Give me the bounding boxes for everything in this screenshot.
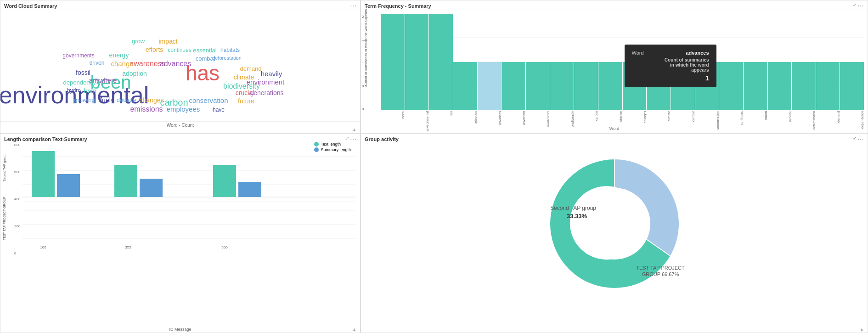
x-label-deforestation: deforestation [792, 111, 816, 132]
word-energy[interactable]: energy [109, 51, 129, 59]
row-label-second-tap: Second TAP group [3, 147, 6, 189]
dashboard: Word Cloud Summary environmentalhasbeeni… [0, 0, 868, 333]
x-label-continues: continues [719, 111, 743, 132]
label-test-tap: TEST TAP PROJECT [636, 265, 685, 271]
word-efforts[interactable]: efforts [146, 46, 163, 53]
word-adoption[interactable]: adoption [122, 70, 147, 77]
label-second-tap: Second TAP group [550, 205, 596, 211]
label-test-tap-2: GROUP 66.67% [642, 271, 679, 277]
group-activity-title: Group activity [361, 134, 868, 143]
word-cloud-menu-icon[interactable]: ⋯ [350, 2, 356, 10]
bar-dependency[interactable] [840, 62, 864, 110]
group-activity-panel: Group activity ⋯ ⤢ [361, 133, 868, 333]
length-comparison-menu-icon[interactable]: ⋯ [350, 135, 356, 143]
word-emissions[interactable]: emissions [130, 105, 163, 113]
x-label-anywhere: anywhere [502, 111, 525, 132]
word-future[interactable]: future [238, 97, 254, 105]
bar-test-tap-1-text[interactable] [114, 165, 137, 197]
term-freq-chart-area: 2 1.5 1 0.5 0 beenenvironmentalhasadopti [361, 10, 868, 132]
term-freq-tooltip: Word advances Count of summariesin which… [625, 45, 716, 87]
term-frequency-panel: Term Frequency - Summary ⋯ ⤢ 2 1.5 1 0.5… [361, 0, 868, 133]
row-label-test-tap: TEST TAP PROJECT GROUP [3, 193, 6, 244]
donut-chart-container: Second TAP group 33.33% TEST TAP PROJECT… [361, 143, 868, 304]
x-label-has: has [429, 111, 453, 132]
word-combat[interactable]: combat [196, 55, 215, 62]
term-freq-menu-icon[interactable]: ⋯ [857, 2, 864, 10]
bar-test-tap-2-summary[interactable] [238, 182, 261, 197]
word-dependency[interactable]: dependency [63, 79, 96, 86]
word-growing[interactable]: growing [74, 96, 95, 103]
word-generations[interactable]: generations [250, 89, 283, 96]
bar-demand[interactable] [816, 62, 840, 110]
word-change[interactable]: change [111, 60, 133, 68]
word-decade[interactable]: decade [117, 96, 136, 103]
x-label-advances: advances [478, 111, 502, 132]
bar-test-tap-2-text[interactable] [213, 165, 236, 197]
word-fuels[interactable]: fuels [100, 96, 114, 104]
x-label-dependency: dependency [840, 111, 864, 132]
bar-carbon[interactable] [574, 62, 598, 110]
x-label-combat: combat [671, 111, 695, 132]
bar-second-tap-summary[interactable] [57, 174, 80, 197]
x-label-conservation: conservation [695, 111, 719, 132]
word-have[interactable]: have [213, 107, 225, 113]
bar-advances[interactable] [478, 62, 502, 110]
word-driven[interactable]: driven [90, 60, 105, 66]
bar-deforestation[interactable] [792, 62, 816, 110]
x-label-been: been [381, 111, 405, 132]
bar-crucial[interactable] [744, 62, 767, 110]
word-grow[interactable]: grow [132, 38, 145, 45]
bar-second-tap-text[interactable] [32, 151, 55, 197]
x-label-environmental: environmental [405, 111, 429, 132]
tooltip-count-label: Count of summariesin which the wordappea… [630, 56, 711, 73]
word-essential[interactable]: essential [193, 47, 216, 54]
word-advances[interactable]: advances [160, 60, 192, 68]
y-axis-title: Count of summaries in which the word app… [364, 31, 368, 86]
bar-change[interactable] [598, 62, 622, 110]
length-comparison-panel: Length comparison Text-Summary ⋯ ⤢ Text … [0, 133, 361, 333]
bar-continues[interactable] [719, 62, 743, 110]
bar-environmental[interactable] [405, 14, 429, 110]
bar-adoption[interactable] [453, 62, 477, 110]
x-label-climate: climate [647, 111, 671, 132]
word-continues[interactable]: continues [168, 47, 191, 53]
bar-awareness[interactable] [526, 62, 550, 110]
x-label-awareness: awareness [526, 111, 550, 132]
x-label-crucial: crucial [744, 111, 767, 132]
word-employees[interactable]: employees [167, 105, 200, 113]
group-activity-expand-icon[interactable]: ⤢ [853, 135, 857, 141]
word-heavily[interactable]: heavily [261, 70, 282, 78]
donut-hole [579, 188, 650, 260]
length-bottom-right: ▲ [352, 327, 356, 332]
term-freq-expand-icon[interactable]: ⤢ [853, 2, 857, 7]
word-cloud-bottom-label: Word - Count [0, 121, 360, 129]
word-from[interactable]: from [84, 87, 96, 95]
bar-biodiversity[interactable] [550, 62, 574, 110]
word-cloud-title: Word Cloud Summary [0, 0, 360, 10]
length-expand-icon[interactable]: ⤢ [345, 135, 349, 141]
bar-has[interactable] [429, 14, 453, 110]
word-hydro[interactable]: hydro [67, 87, 81, 94]
bar-test-tap-1-summary[interactable] [140, 179, 163, 197]
word-demand[interactable]: demand [240, 65, 262, 72]
x-label-decade: decade [768, 111, 792, 132]
x-label-demand: demand [816, 111, 840, 132]
label-second-tap-pct: 33.33% [566, 213, 587, 220]
word-cloud-bottom-right: ▲ [352, 127, 356, 132]
bar-decade[interactable] [768, 62, 792, 110]
word-conservation[interactable]: conservation [189, 96, 228, 104]
word-impact[interactable]: impact [158, 38, 177, 45]
row-labels: Second TAP group TEST TAP PROJECT GROUP [3, 145, 6, 246]
x-label-1: 100 [40, 245, 46, 249]
x-label-biodiversity: biodiversity [550, 111, 574, 132]
word-fossil[interactable]: fossil [76, 69, 90, 76]
term-freq-title: Term Frequency - Summary [361, 0, 868, 10]
bar-anywhere[interactable] [502, 62, 525, 110]
donut-chart-svg: Second TAP group 33.33% TEST TAP PROJECT… [536, 146, 693, 302]
x-axis-title: Word [609, 126, 619, 131]
word-deforestation[interactable]: deforestation [212, 55, 242, 61]
word-governments[interactable]: governments [62, 52, 94, 59]
word-habitats[interactable]: habitats [220, 47, 240, 53]
group-activity-menu-icon[interactable]: ⋯ [857, 135, 864, 143]
bar-been[interactable] [381, 14, 405, 110]
